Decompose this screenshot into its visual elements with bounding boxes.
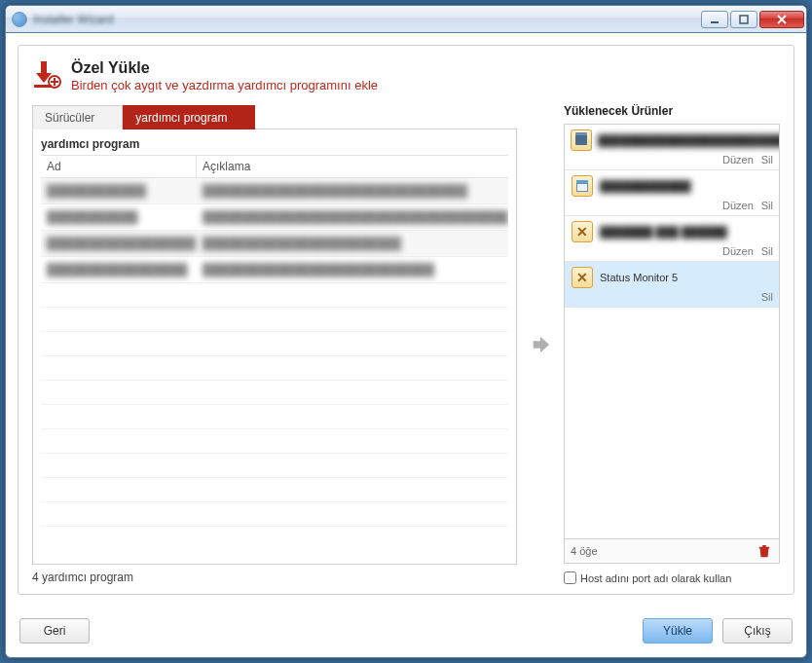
product-item[interactable]: ███████████████████████████DüzenSil (565, 125, 779, 170)
printer-icon (571, 129, 592, 152)
product-name: ███████████████████████████ (598, 134, 780, 146)
header: Özel Yükle Birden çok aygıt ve yazdırma … (32, 59, 780, 92)
empty-row (41, 478, 508, 502)
maximize-button[interactable] (730, 11, 757, 28)
left-column: Sürücüler yardımcı program yardımcı prog… (32, 104, 517, 584)
products-count: 4 öğe (571, 545, 756, 557)
delete-link[interactable]: Sil (761, 245, 773, 257)
empty-row (41, 454, 508, 478)
product-name: ████████████ (600, 180, 773, 192)
cell-desc: ████████████████████████████████ (197, 178, 508, 203)
delete-link[interactable]: Sil (761, 200, 773, 211)
host-port-checkbox-row[interactable]: Host adını port adı olarak kullan (564, 571, 780, 584)
page-subtitle: Birden çok aygıt ve yazdırma yardımcı pr… (71, 78, 378, 92)
utility-table-header: Ad Açıklama (41, 155, 508, 178)
host-port-checkbox[interactable] (564, 571, 576, 584)
product-actions: DüzenSil (571, 243, 773, 259)
empty-row (41, 356, 508, 381)
columns: Sürücüler yardımcı program yardımcı prog… (32, 104, 780, 584)
utility-list-title: yardımcı program (33, 129, 516, 155)
empty-row (41, 502, 508, 527)
tools-icon (571, 266, 594, 289)
table-row[interactable]: ████████████████████████████████████████… (41, 178, 508, 204)
arrow-separator (529, 104, 552, 584)
product-name: ███████ ███ ██████ (600, 226, 773, 238)
product-top: Status Monitor 5 (571, 266, 773, 289)
titlebar: Installer Wizard (6, 6, 806, 33)
product-item[interactable]: Status Monitor 5Sil (565, 262, 779, 308)
svg-rect-0 (711, 21, 719, 23)
delete-all-button[interactable] (756, 542, 773, 560)
edit-link[interactable]: Düzen (722, 245, 754, 257)
cell-desc: ████████████████████████████ (197, 257, 508, 282)
cell-name: ██████████████████ (41, 231, 197, 256)
product-top: ████████████ (571, 174, 773, 198)
products-count-bar: 4 öğe (564, 539, 780, 564)
right-column: Yüklenecek Ürünler █████████████████████… (564, 104, 780, 584)
svg-rect-1 (740, 16, 748, 23)
cell-desc: ████████████████████████ (197, 231, 508, 256)
table-row[interactable]: ████████████████████████████████████████… (41, 257, 508, 283)
main-panel: Özel Yükle Birden çok aygıt ve yazdırma … (18, 45, 794, 595)
cell-name: █████████████████ (41, 257, 197, 282)
cell-name: ███████████ (41, 204, 197, 230)
table-row[interactable]: ████████████████████████████████████████… (41, 204, 508, 231)
trash-icon (757, 544, 771, 558)
product-top: ███████████████████████████ (571, 129, 773, 152)
svg-rect-3 (34, 85, 52, 88)
page-title: Özel Yükle (71, 59, 378, 77)
col-header-desc[interactable]: Açıklama (197, 156, 508, 177)
product-item[interactable]: ███████ ███ ██████DüzenSil (565, 216, 779, 262)
installer-window: Installer Wizard (5, 5, 807, 658)
utility-list-panel: yardımcı program Ad Açıklama ███████████… (32, 129, 517, 565)
utility-table-body: ████████████████████████████████████████… (41, 178, 508, 564)
cell-desc: ████████████████████████████████████████… (197, 204, 508, 230)
minimize-button[interactable] (701, 11, 728, 28)
window-title: Installer Wizard (33, 13, 701, 26)
product-actions: DüzenSil (571, 152, 773, 167)
install-button[interactable]: Yükle (643, 618, 713, 644)
back-button[interactable]: Geri (19, 618, 90, 644)
install-icon (32, 59, 63, 91)
product-actions: Sil (571, 289, 773, 305)
edit-link[interactable]: Düzen (722, 154, 754, 166)
empty-row (41, 308, 508, 332)
close-button[interactable] (759, 11, 804, 28)
empty-row (41, 283, 508, 308)
products-title: Yüklenecek Ürünler (564, 104, 780, 118)
product-name: Status Monitor 5 (600, 272, 773, 283)
tab-drivers[interactable]: Sürücüler (32, 105, 123, 129)
host-port-label: Host adını port adı olarak kullan (580, 572, 731, 584)
product-top: ███████ ███ ██████ (571, 220, 773, 243)
window-icon (571, 174, 594, 198)
empty-row (41, 405, 508, 429)
cell-name: ████████████ (41, 178, 197, 203)
empty-row (41, 332, 508, 356)
tab-utilities[interactable]: yardımcı program (123, 105, 255, 129)
utility-list-footer: 4 yardımcı program (32, 565, 517, 584)
bottom-bar: Geri Yükle Çıkış (6, 607, 806, 657)
arrow-right-icon (530, 334, 551, 355)
app-icon (12, 12, 27, 27)
delete-link[interactable]: Sil (761, 291, 773, 303)
tools-icon (571, 220, 594, 243)
products-list: ███████████████████████████DüzenSil█████… (564, 124, 780, 539)
delete-link[interactable]: Sil (761, 154, 773, 166)
window-controls (701, 11, 804, 28)
exit-button[interactable]: Çıkış (722, 618, 793, 644)
empty-row (41, 429, 508, 454)
tabs: Sürücüler yardımcı program (32, 104, 517, 129)
empty-row (41, 381, 508, 405)
edit-link[interactable]: Düzen (722, 200, 754, 211)
product-item[interactable]: ████████████DüzenSil (565, 170, 779, 216)
header-text: Özel Yükle Birden çok aygıt ve yazdırma … (71, 59, 378, 92)
col-header-name[interactable]: Ad (41, 156, 197, 177)
content-area: Özel Yükle Birden çok aygıt ve yazdırma … (6, 33, 806, 607)
table-row[interactable]: ████████████████████████████████████████… (41, 231, 508, 257)
product-actions: DüzenSil (571, 198, 773, 213)
